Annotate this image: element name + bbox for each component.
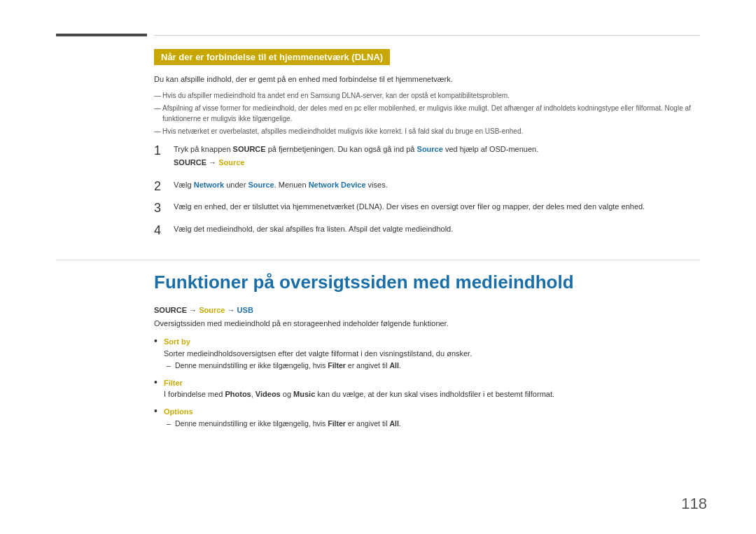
step2-network-device: Network Device [309, 181, 366, 189]
filter-og: og [281, 390, 293, 398]
right-col2: Funktioner på oversigtssiden med mediein… [154, 272, 700, 436]
divider [56, 260, 700, 260]
step-3-content: Vælg en enhed, der er tilsluttet via hje… [174, 201, 700, 213]
filter-title: Filter [164, 379, 183, 387]
options-title: Options [164, 407, 193, 416]
options-subnote: Denne menuindstilling er ikke tilgængeli… [164, 419, 700, 430]
bullet-options: Options Denne menuindstilling er ikke ti… [154, 406, 700, 430]
source-path2: SOURCE → Source → USB [154, 306, 700, 314]
step2-network: Network [194, 181, 224, 189]
subnote2-mid: er angivet til [346, 419, 389, 428]
source-bold: SOURCE [174, 158, 206, 167]
main-title: Funktioner på oversigtssiden med mediein… [154, 272, 700, 293]
note-3: Hvis netværket er overbelastet, afspille… [154, 126, 700, 136]
page: Når der er forbindelse til et hjemmenetv… [0, 0, 756, 534]
step2-text-end: vises. [366, 181, 388, 189]
step-2-content: Vælg Network under Source. Menuen Networ… [174, 179, 700, 192]
filter-text-before: I forbindelse med [164, 390, 225, 398]
step-2-num: 2 [154, 179, 167, 195]
step1-source-bold: SOURCE [233, 145, 266, 153]
subnote2-before: Denne menuindstilling er ikke tilgængeli… [175, 419, 328, 428]
subnote2-filter: Filter [328, 419, 346, 428]
sort-by-text: Sorter medieindholdsoversigtsen efter de… [164, 349, 472, 358]
step-3-num: 3 [154, 201, 167, 216]
subnote1-end: . [399, 361, 401, 370]
filter-photos: Photos [225, 390, 251, 398]
right-col: Når der er forbindelse til et hjemmenetv… [154, 49, 700, 246]
subnote2-all: All [389, 419, 398, 428]
step2-text-mid2: . Menuen [274, 181, 309, 189]
step2-text-mid: under [224, 181, 248, 189]
arrow2a: → [187, 306, 199, 314]
source-link2: Source [199, 306, 225, 314]
arrow2b: → [225, 306, 237, 314]
subnote1-filter: Filter [328, 361, 346, 370]
intro-text: Du kan afspille indhold, der er gemt på … [154, 73, 700, 86]
subnote1-all: All [389, 361, 398, 370]
step-4-num: 4 [154, 223, 167, 239]
step1-text-before: Tryk på knappen [174, 145, 233, 153]
filter-videos: Videos [255, 390, 281, 398]
step-1: 1 Tryk på knappen SOURCE på fjernbetjeni… [154, 143, 700, 172]
step2-source: Source [248, 181, 274, 189]
step-3: 3 Vælg en enhed, der er tilsluttet via h… [154, 201, 700, 216]
left-col2 [56, 272, 154, 436]
left-col [56, 49, 154, 246]
step-4: 4 Vælg det medieindhold, der skal afspil… [154, 223, 700, 239]
source-bold2: SOURCE [154, 306, 187, 314]
subnote1-before: Denne menuindstilling er ikke tilgængeli… [175, 361, 328, 370]
steps: 1 Tryk på knappen SOURCE på fjernbetjeni… [154, 143, 700, 239]
light-rule [154, 35, 700, 36]
bullet-list: Sort by Sorter medieindholdsoversigtsen … [154, 336, 700, 430]
usb-link: USB [237, 306, 253, 314]
bullet-sort-by: Sort by Sorter medieindholdsoversigtsen … [154, 336, 700, 372]
step2-text-before: Vælg [174, 181, 194, 189]
desc-text: Oversigtssiden med medieindhold på en st… [154, 318, 700, 330]
step1-source-link: Source [417, 145, 443, 153]
step1-text-mid: på fjernbetjeningen. Du kan også gå ind … [266, 145, 417, 153]
filter-music: Music [293, 390, 315, 398]
sort-by-subnote: Denne menuindstilling er ikke tilgængeli… [164, 360, 700, 372]
page-number: 118 [681, 495, 707, 513]
step-1-content: Tryk på knappen SOURCE på fjernbetjening… [174, 143, 700, 172]
step1-text-after: ved hjælp af OSD-menuen. [443, 145, 538, 153]
step-4-content: Vælg det medieindhold, der skal afspille… [174, 223, 700, 236]
top-bar-left [56, 28, 154, 36]
top-bar [56, 28, 700, 36]
source-link-orange: Source [218, 158, 244, 167]
subnote2-end: . [399, 419, 401, 428]
sort-by-title: Sort by [164, 337, 190, 346]
note-1: Hvis du afspiller medieindhold fra andet… [154, 90, 700, 101]
dark-rule [56, 34, 147, 36]
filter-text-after: kan du vælge, at der kun skal vises indh… [315, 390, 554, 398]
section1: Når der er forbindelse til et hjemmenetv… [56, 49, 700, 246]
step-2: 2 Vælg Network under Source. Menuen Netw… [154, 179, 700, 195]
subnote1-mid: er angivet til [346, 361, 389, 370]
step-1-num: 1 [154, 143, 167, 159]
bullet-filter: Filter I forbindelse med Photos, Videos … [154, 377, 700, 400]
arrow1: → [206, 158, 218, 167]
section2: Funktioner på oversigtssiden med mediein… [56, 272, 700, 436]
section-heading: Når der er forbindelse til et hjemmenetv… [154, 49, 390, 65]
note-2: Afspilning af visse former for medieindh… [154, 103, 700, 124]
step1-source-path: SOURCE → Source [174, 157, 700, 169]
